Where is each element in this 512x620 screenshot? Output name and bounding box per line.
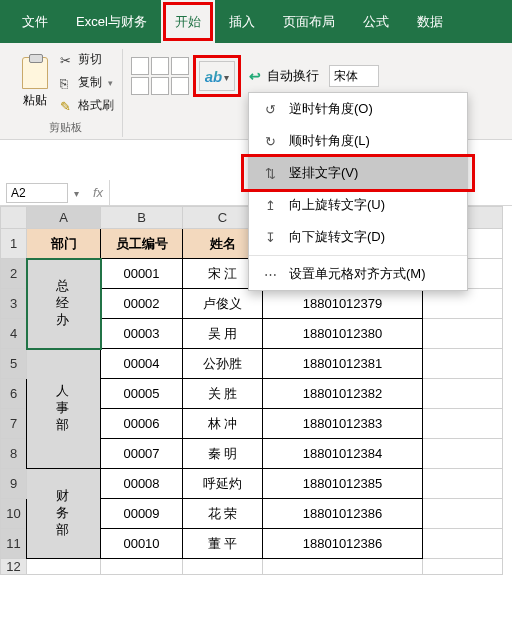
cell[interactable]: 部门 <box>27 229 101 259</box>
wrap-text-label: 自动换行 <box>267 67 319 85</box>
row-header[interactable]: 11 <box>1 529 27 559</box>
cell[interactable]: 公孙胜 <box>183 349 263 379</box>
menu-format-alignment[interactable]: ⋯设置单元格对齐方式(M) <box>249 258 467 290</box>
menu-cw-label: 顺时针角度(L) <box>289 132 370 150</box>
tab-formulas[interactable]: 公式 <box>349 0 403 43</box>
copy-label: 复制 <box>78 74 102 91</box>
row-header[interactable]: 9 <box>1 469 27 499</box>
menu-rotate-down[interactable]: ↧向下旋转文字(D) <box>249 221 467 253</box>
row-header[interactable]: 1 <box>1 229 27 259</box>
cell[interactable] <box>263 559 423 575</box>
rotate-down-icon: ↧ <box>261 228 279 246</box>
col-header-B[interactable]: B <box>101 207 183 229</box>
cell[interactable] <box>101 559 183 575</box>
namebox-dropdown-icon[interactable] <box>74 185 87 200</box>
cell[interactable]: 18801012381 <box>263 349 423 379</box>
tab-home[interactable]: 开始 <box>161 0 215 43</box>
paste-label: 粘贴 <box>23 92 47 109</box>
cell[interactable]: 00003 <box>101 319 183 349</box>
cell[interactable]: 员工编号 <box>101 229 183 259</box>
cell[interactable]: 18801012379 <box>263 289 423 319</box>
cell[interactable]: 00009 <box>101 499 183 529</box>
cell[interactable]: 吴 用 <box>183 319 263 349</box>
cell[interactable] <box>423 439 503 469</box>
row-header[interactable]: 6 <box>1 379 27 409</box>
cell[interactable]: 18801012384 <box>263 439 423 469</box>
cell[interactable]: 00002 <box>101 289 183 319</box>
cell[interactable] <box>423 409 503 439</box>
cell[interactable] <box>423 529 503 559</box>
cell[interactable] <box>423 499 503 529</box>
cell[interactable]: 18801012382 <box>263 379 423 409</box>
cell[interactable]: 秦 明 <box>183 439 263 469</box>
orientation-button[interactable]: ab <box>199 61 235 91</box>
cell[interactable]: 花 荣 <box>183 499 263 529</box>
group-clipboard: 粘贴 剪切 复制▾ 格式刷 剪贴板 <box>8 49 123 137</box>
paste-button[interactable]: 粘贴 <box>16 53 54 113</box>
cell[interactable]: 00001 <box>101 259 183 289</box>
format-painter-label: 格式刷 <box>78 97 114 114</box>
cell[interactable]: 18801012383 <box>263 409 423 439</box>
copy-icon <box>60 76 74 90</box>
cell[interactable] <box>27 559 101 575</box>
chevron-down-icon <box>224 69 229 84</box>
row-header[interactable]: 7 <box>1 409 27 439</box>
select-all-corner[interactable] <box>1 207 27 229</box>
row-header[interactable]: 2 <box>1 259 27 289</box>
menu-ccw-label: 逆时针角度(O) <box>289 100 373 118</box>
cell[interactable]: 关 胜 <box>183 379 263 409</box>
cell[interactable]: 18801012386 <box>263 529 423 559</box>
tab-file[interactable]: 文件 <box>8 0 62 43</box>
menu-ccw[interactable]: ↺逆时针角度(O) <box>249 93 467 125</box>
menu-rotate-up[interactable]: ↥向上旋转文字(U) <box>249 189 467 221</box>
cell[interactable]: 00008 <box>101 469 183 499</box>
cell[interactable]: 董 平 <box>183 529 263 559</box>
wrap-text-button[interactable]: 自动换行 <box>245 63 323 89</box>
tab-excel-finance[interactable]: Excel与财务 <box>62 0 161 43</box>
alignment-buttons[interactable] <box>131 57 189 95</box>
cell[interactable]: 18801012386 <box>263 499 423 529</box>
row-header[interactable]: 3 <box>1 289 27 319</box>
cell[interactable]: 18801012380 <box>263 319 423 349</box>
merged-dept-cell[interactable]: 人事部 <box>27 349 101 469</box>
clipboard-icon <box>22 57 48 89</box>
cell[interactable]: 00005 <box>101 379 183 409</box>
cell[interactable] <box>423 559 503 575</box>
row-header[interactable]: 4 <box>1 319 27 349</box>
format-painter-button[interactable]: 格式刷 <box>60 95 114 116</box>
row-header[interactable]: 12 <box>1 559 27 575</box>
copy-button[interactable]: 复制▾ <box>60 72 114 93</box>
cell[interactable]: 00007 <box>101 439 183 469</box>
row-header[interactable]: 8 <box>1 439 27 469</box>
cell[interactable]: 林 冲 <box>183 409 263 439</box>
cell[interactable]: 卢俊义 <box>183 289 263 319</box>
cell[interactable]: 18801012385 <box>263 469 423 499</box>
cell[interactable]: 00004 <box>101 349 183 379</box>
fx-icon[interactable]: fx <box>93 185 103 200</box>
wrap-icon <box>249 68 261 84</box>
font-name-select[interactable]: 宋体 <box>329 65 379 87</box>
cell[interactable] <box>423 289 503 319</box>
name-box[interactable] <box>6 183 68 203</box>
cell[interactable] <box>423 379 503 409</box>
merged-dept-cell[interactable]: 财务部 <box>27 469 101 559</box>
menu-cw[interactable]: ↻顺时针角度(L) <box>249 125 467 157</box>
merged-dept-cell[interactable]: 总经办 <box>27 259 101 349</box>
col-header-A[interactable]: A <box>27 207 101 229</box>
tab-page-layout[interactable]: 页面布局 <box>269 0 349 43</box>
cell[interactable] <box>423 319 503 349</box>
cut-button[interactable]: 剪切 <box>60 49 114 70</box>
cell[interactable]: 00006 <box>101 409 183 439</box>
tab-data[interactable]: 数据 <box>403 0 457 43</box>
cell[interactable] <box>423 469 503 499</box>
menu-rotate-down-label: 向下旋转文字(D) <box>289 228 385 246</box>
tab-insert[interactable]: 插入 <box>215 0 269 43</box>
cell[interactable]: 00010 <box>101 529 183 559</box>
cell[interactable] <box>423 349 503 379</box>
cell[interactable] <box>183 559 263 575</box>
cell[interactable]: 呼延灼 <box>183 469 263 499</box>
row-header[interactable]: 10 <box>1 499 27 529</box>
row-header[interactable]: 5 <box>1 349 27 379</box>
menu-format-label: 设置单元格对齐方式(M) <box>289 265 426 283</box>
menu-vertical-text[interactable]: ⇅竖排文字(V) <box>249 157 467 189</box>
